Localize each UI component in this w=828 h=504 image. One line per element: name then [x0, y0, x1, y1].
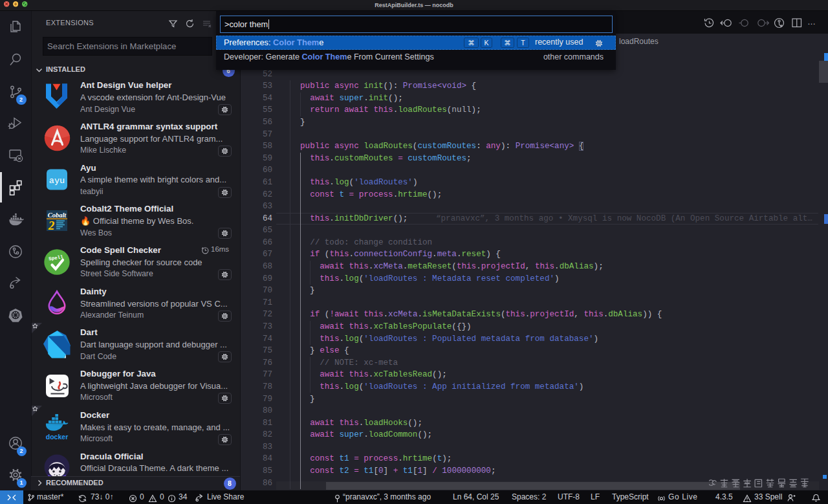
svg-text:2: 2 [48, 219, 55, 232]
svg-text:docker: docker [46, 433, 68, 441]
svg-text:Cobalt: Cobalt [48, 212, 67, 219]
svg-text:ayu: ayu [49, 175, 65, 185]
